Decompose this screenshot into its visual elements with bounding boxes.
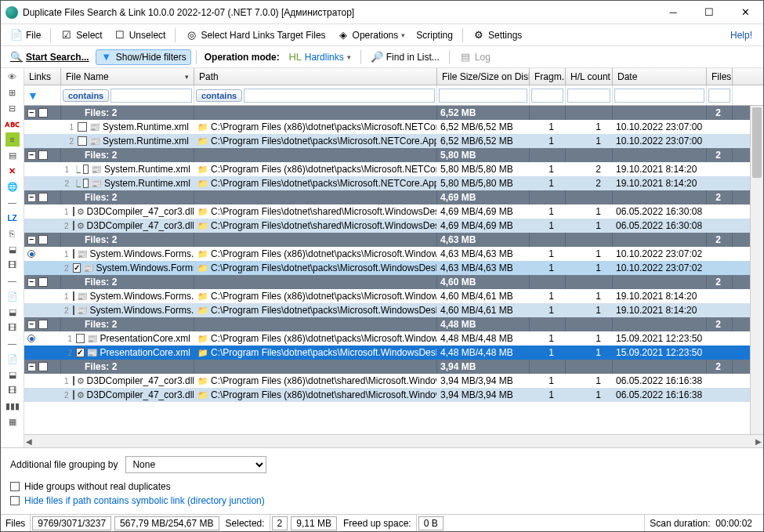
sidebar-grid-icon[interactable]: ▦ [5, 414, 20, 429]
sidebar-doc-icon[interactable]: 📄 [5, 289, 20, 303]
col-hlcount[interactable]: H/L count [566, 68, 613, 85]
log-button[interactable]: ▤Log [454, 49, 495, 65]
sidebar-eye-icon[interactable]: 👁 [5, 70, 20, 84]
vertical-scrollbar[interactable] [750, 106, 763, 434]
group-checkbox[interactable] [38, 193, 48, 202]
row-checkbox[interactable] [83, 165, 89, 174]
col-fragm[interactable]: Fragm. [530, 68, 566, 85]
minimize-button[interactable]: ─ [655, 1, 691, 24]
file-row[interactable]: 2📰PresentationCore.xml📁C:\Program Files\… [24, 346, 763, 360]
help-link[interactable]: Help! [724, 28, 759, 42]
row-checkbox[interactable] [73, 291, 74, 301]
file-menu[interactable]: 📄File [5, 27, 45, 43]
row-checkbox[interactable] [73, 390, 74, 400]
filter-path-input[interactable] [244, 89, 435, 103]
file-row[interactable]: 1📰System.Windows.Forms.xml📁C:\Program Fi… [24, 247, 763, 261]
group-checkbox[interactable] [38, 108, 48, 118]
filter-files-input[interactable] [708, 89, 730, 103]
filter-funnel-icon[interactable]: ▼ [26, 89, 40, 103]
sidebar-rows-icon[interactable]: ▤ [5, 148, 20, 162]
scripting-menu[interactable]: Scripting [411, 28, 458, 42]
row-checkbox[interactable] [83, 179, 89, 188]
find-in-list-button[interactable]: 🔎Find in List... [366, 49, 444, 65]
group-row[interactable]: − Files: 24,60 MB2 [24, 275, 763, 289]
file-row[interactable]: 1⚙D3DCompiler_47_cor3.dll📁C:\Program Fil… [24, 374, 763, 388]
file-row[interactable]: 2⚙D3DCompiler_47_cor3.dll📁C:\Program Fil… [24, 219, 763, 233]
row-checkbox[interactable] [76, 334, 84, 343]
file-row[interactable]: 1⎿📰System.Runtime.xml📁C:\Program Files (… [24, 162, 763, 176]
group-checkbox[interactable] [38, 235, 48, 244]
sidebar-highlight-icon[interactable]: ≡ [5, 132, 20, 147]
opmode-select[interactable]: HLHardlinks [284, 49, 356, 65]
group-row[interactable]: − Files: 23,94 MB2 [24, 360, 763, 374]
maximize-button[interactable]: ☐ [691, 1, 727, 24]
group-row[interactable]: − Files: 24,69 MB2 [24, 190, 763, 204]
settings-menu[interactable]: ⚙Settings [468, 27, 527, 43]
collapse-icon[interactable]: − [27, 194, 36, 202]
row-checkbox[interactable] [73, 263, 81, 273]
filter-path-mode[interactable]: contains [196, 89, 242, 102]
hide-nodup-checkbox[interactable] [10, 482, 20, 491]
col-links[interactable]: Links [24, 68, 61, 85]
filter-size-input[interactable] [439, 89, 527, 103]
sidebar-ext3-icon[interactable]: ⬓ [5, 367, 20, 382]
row-radio[interactable] [27, 250, 35, 258]
row-checkbox[interactable] [73, 221, 74, 230]
collapse-icon[interactable]: − [27, 363, 36, 371]
row-checkbox[interactable] [76, 348, 84, 357]
horizontal-scrollbar[interactable]: ◀▶ [24, 434, 763, 447]
file-row[interactable]: 1📰System.Windows.Forms.xml📁C:\Program Fi… [24, 289, 763, 303]
group-checkbox[interactable] [38, 277, 48, 287]
select-hardlinks-button[interactable]: ◎Select Hard Links Target Files [180, 27, 330, 43]
file-row[interactable]: 1📰System.Runtime.xml📁C:\Program Files (x… [24, 120, 763, 134]
collapse-icon[interactable]: − [27, 236, 36, 244]
sidebar-lz-icon[interactable]: LZ [5, 211, 20, 225]
file-row[interactable]: 2⚙D3DCompiler_47_cor3.dll📁C:\Program Fil… [24, 388, 763, 402]
col-files[interactable]: Files [707, 68, 733, 85]
row-checkbox[interactable] [78, 136, 87, 146]
file-row[interactable]: 2📰System.Windows.Forms.xml📁C:\Program Fi… [24, 303, 763, 317]
row-radio[interactable] [27, 335, 35, 342]
row-checkbox[interactable] [73, 249, 74, 259]
row-checkbox[interactable] [78, 122, 87, 132]
sidebar-ext-icon[interactable]: ⬓ [5, 242, 20, 256]
collapse-icon[interactable]: − [27, 278, 36, 287]
filter-name-input[interactable] [110, 89, 192, 103]
col-date[interactable]: Date [613, 68, 707, 85]
filter-hl-input[interactable] [567, 89, 610, 103]
hide-symlink-checkbox[interactable] [10, 496, 20, 505]
sidebar-copy-icon[interactable]: ⎘ [5, 226, 20, 241]
collapse-icon[interactable]: − [27, 109, 36, 118]
sidebar-abc-icon[interactable]: ᴀʙᴄ [5, 117, 20, 131]
row-checkbox[interactable] [73, 376, 74, 385]
file-row[interactable]: 2⎿📰System.Runtime.xml📁C:\Program Files\d… [24, 176, 763, 190]
collapse-icon[interactable]: − [27, 320, 36, 329]
filter-name-mode[interactable]: contains [63, 89, 109, 102]
group-checkbox[interactable] [38, 362, 48, 371]
sidebar-globe-icon[interactable]: 🌐 [5, 179, 20, 194]
sidebar-barcode-icon[interactable]: ▮▮▮ [5, 399, 20, 413]
file-row[interactable]: 1⚙D3DCompiler_47_cor3.dll📁C:\Program Fil… [24, 204, 763, 219]
sidebar-ext2-icon[interactable]: ⬓ [5, 305, 20, 319]
file-row[interactable]: 2📰System.Windows.Forms.xml📁C:\Program Fi… [24, 261, 763, 275]
collapse-icon[interactable]: − [27, 151, 36, 160]
unselect-menu[interactable]: ☐Unselect [109, 27, 171, 43]
file-row[interactable]: 1📰PresentationCore.xml📁C:\Program Files … [24, 331, 763, 346]
sidebar-film2-icon[interactable]: 🎞 [5, 320, 20, 335]
start-search-button[interactable]: 🔍Start Search... [5, 49, 94, 65]
sidebar-collapse-icon[interactable]: ⊟ [5, 101, 20, 115]
group-row[interactable]: − Files: 25,80 MB2 [24, 148, 763, 162]
select-menu[interactable]: ☑Select [56, 27, 107, 43]
col-size[interactable]: File Size/Size on Disk [437, 68, 530, 85]
row-checkbox[interactable] [73, 306, 74, 315]
group-row[interactable]: − Files: 26,52 MB2 [24, 106, 763, 120]
group-checkbox[interactable] [38, 150, 48, 160]
show-hide-filters-button[interactable]: ▼Show/Hide filters [96, 49, 191, 65]
operations-menu[interactable]: ◈Operations [332, 27, 411, 43]
filter-date-input[interactable] [614, 89, 704, 103]
sidebar-doc2-icon[interactable]: 📄 [5, 352, 20, 366]
file-row[interactable]: 2📰System.Runtime.xml📁C:\Program Files\do… [24, 134, 763, 148]
col-filename[interactable]: File Name [61, 68, 194, 85]
col-path[interactable]: Path [194, 68, 437, 85]
group-row[interactable]: − Files: 24,48 MB2 [24, 317, 763, 331]
